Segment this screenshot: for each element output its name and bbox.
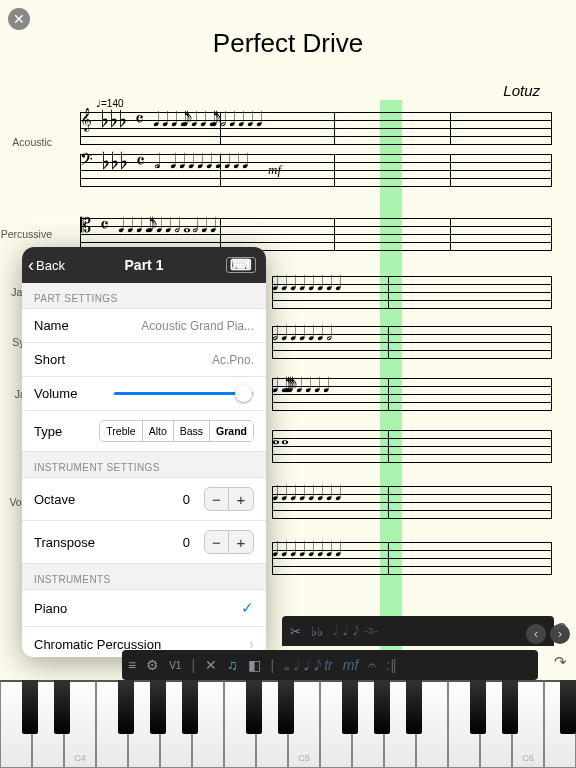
song-title: Perfect Drive <box>0 28 576 59</box>
black-key[interactable] <box>22 680 38 734</box>
settings-icon[interactable]: ⚙ <box>146 657 159 673</box>
triplet-icon[interactable]: −3− <box>363 626 379 636</box>
staff-notes[interactable]: 𝅘𝅥 𝅘𝅥 𝅘𝅥 𝅘𝅥 𝅘𝅥 𝅘𝅥 𝅘𝅥 𝅘𝅥 <box>272 272 552 312</box>
keyboard-icon[interactable]: ⌨ <box>226 257 256 273</box>
popover-title: Part 1 <box>125 257 164 273</box>
row-label: Volume <box>34 386 77 401</box>
composer-name: Lotuz <box>503 82 540 99</box>
back-button[interactable]: ‹Back <box>28 255 65 276</box>
minus-button[interactable]: − <box>205 531 229 553</box>
staff-notes[interactable]: 𝅘𝅥 𝅘𝅥𝅮𝅘𝅥𝅮𝅘𝅥𝅮𝅘𝅥𝅮 𝅘𝅥 𝅘𝅥 𝅘𝅥 𝅘𝅥 <box>272 374 552 414</box>
main-toolbar: ≡ ⚙ V1 | ✕ ♫ ◧ | 𝅝 𝅗𝅥 𝅘𝅥 𝅘𝅥𝅮 tr mf 𝄐 :‖ <box>122 650 538 680</box>
black-key[interactable] <box>470 680 486 734</box>
name-value: Acoustic Grand Pia... <box>141 319 254 333</box>
instrument-label: Piano <box>34 601 67 616</box>
row-label: Name <box>34 318 69 333</box>
close-tool-icon[interactable]: ✕ <box>205 657 217 673</box>
seg-bass[interactable]: Bass <box>174 421 210 441</box>
redo-button[interactable]: ↷ <box>548 650 572 674</box>
section-header: PART SETTINGS <box>22 283 266 308</box>
black-key[interactable] <box>278 680 294 734</box>
prev-button[interactable]: ‹ <box>526 624 546 644</box>
plus-button[interactable]: + <box>229 488 253 510</box>
row-label: Type <box>34 424 62 439</box>
staff-notes[interactable]: 𝄢 ♭♭♭ 𝄴 𝅗𝅥. 𝅘𝅥 𝅘𝅥 𝅘𝅥 𝅘𝅥 𝅘𝅥 𝅘𝅥 𝅘𝅥 𝅘𝅥 𝅘𝅥 <box>80 150 552 190</box>
black-key[interactable] <box>54 680 70 734</box>
track-label: Percussive <box>0 228 52 240</box>
seg-grand[interactable]: Grand <box>210 421 253 441</box>
type-segmented[interactable]: Treble Alto Bass Grand <box>99 420 254 442</box>
name-row[interactable]: Name Acoustic Grand Pia... <box>22 308 266 343</box>
black-key[interactable] <box>406 680 422 734</box>
piano-keyboard[interactable]: C4 C5 C6 <box>0 680 576 768</box>
plus-button[interactable]: + <box>229 531 253 553</box>
minus-button[interactable]: − <box>205 488 229 510</box>
divider-icon: | <box>191 657 195 673</box>
flat-icon[interactable]: ♭♭ <box>311 624 323 639</box>
note-toolbar: ✂ ♭♭ 𝅗𝅥 𝅘𝅥 𝅘𝅥𝅮 −3− <box>282 616 554 646</box>
staff-notes[interactable]: 𝅗𝅥 𝅘𝅥 𝅘𝅥 𝅘𝅥 𝅘𝅥 𝅘𝅥 𝅗𝅥 <box>272 322 552 362</box>
key-label: C6 <box>522 753 534 763</box>
volume-row: Volume <box>22 377 266 411</box>
list-icon[interactable]: ≡ <box>128 657 136 673</box>
staff-notes[interactable]: 𝅘𝅥 𝅘𝅥 𝅘𝅥 𝅘𝅥 𝅘𝅥 𝅘𝅥 𝅘𝅥 𝅘𝅥 <box>272 482 552 522</box>
undo-button[interactable]: ↶ <box>548 616 572 640</box>
key-label: C5 <box>298 753 310 763</box>
section-header: INSTRUMENT SETTINGS <box>22 452 266 477</box>
seg-alto[interactable]: Alto <box>143 421 174 441</box>
track-label: Acoustic <box>0 136 52 148</box>
dynamic-icon[interactable]: mf <box>343 657 359 673</box>
instrument-piano[interactable]: Piano ✓ <box>22 589 266 627</box>
transpose-row: Transpose 0 −+ <box>22 521 266 564</box>
v1-icon[interactable]: V1 <box>169 660 181 671</box>
black-key[interactable] <box>560 680 576 734</box>
row-label: Transpose <box>34 535 95 550</box>
row-label: Short <box>34 352 65 367</box>
eraser-icon[interactable]: ◧ <box>248 657 261 673</box>
octave-value: 0 <box>183 492 190 507</box>
octave-stepper[interactable]: −+ <box>204 487 254 511</box>
octave-row: Octave 0 −+ <box>22 477 266 521</box>
transpose-value: 0 <box>183 535 190 550</box>
part-settings-popover: ‹Back Part 1 ⌨ PART SETTINGS Name Acoust… <box>22 247 266 657</box>
divider-icon: | <box>271 657 275 673</box>
section-header: INSTRUMENTS <box>22 564 266 589</box>
key-label: C4 <box>74 753 86 763</box>
black-key[interactable] <box>118 680 134 734</box>
check-icon: ✓ <box>241 599 254 617</box>
black-key[interactable] <box>246 680 262 734</box>
staff-notes[interactable]: 𝅘𝅥 𝅘𝅥 𝅘𝅥 𝅘𝅥 𝅘𝅥 𝅘𝅥 𝅘𝅥 𝅘𝅥 <box>272 538 552 578</box>
black-key[interactable] <box>150 680 166 734</box>
row-label: Octave <box>34 492 75 507</box>
black-key[interactable] <box>342 680 358 734</box>
seg-treble[interactable]: Treble <box>100 421 142 441</box>
volume-slider[interactable] <box>114 392 254 395</box>
fermata-icon[interactable]: 𝄐 <box>368 657 376 674</box>
short-value: Ac.Pno. <box>212 353 254 367</box>
black-key[interactable] <box>502 680 518 734</box>
short-row[interactable]: Short Ac.Pno. <box>22 343 266 377</box>
black-key[interactable] <box>182 680 198 734</box>
cut-icon[interactable]: ✂ <box>290 624 301 639</box>
repeat-icon[interactable]: :‖ <box>386 657 397 673</box>
chevron-left-icon: ‹ <box>28 255 34 276</box>
black-key[interactable] <box>374 680 390 734</box>
type-row: Type Treble Alto Bass Grand <box>22 411 266 452</box>
staff-notes[interactable]: 𝅝 𝅝 <box>272 426 552 466</box>
popover-header: ‹Back Part 1 ⌨ <box>22 247 266 283</box>
close-button[interactable]: ✕ <box>8 8 30 30</box>
transpose-stepper[interactable]: −+ <box>204 530 254 554</box>
staff-notes[interactable]: 𝄞 ♭♭♭ 𝄴 𝅘𝅥 𝅘𝅥 𝅘𝅥 𝅘𝅥𝅮𝅘𝅥𝅮 𝅘𝅥 𝅘𝅥 𝅘𝅥𝅮𝅘𝅥𝅮 𝅗𝅥 … <box>80 108 552 148</box>
back-label: Back <box>36 258 65 273</box>
chord-icon[interactable]: ♫ <box>227 657 238 673</box>
trill-icon[interactable]: tr <box>324 657 333 673</box>
